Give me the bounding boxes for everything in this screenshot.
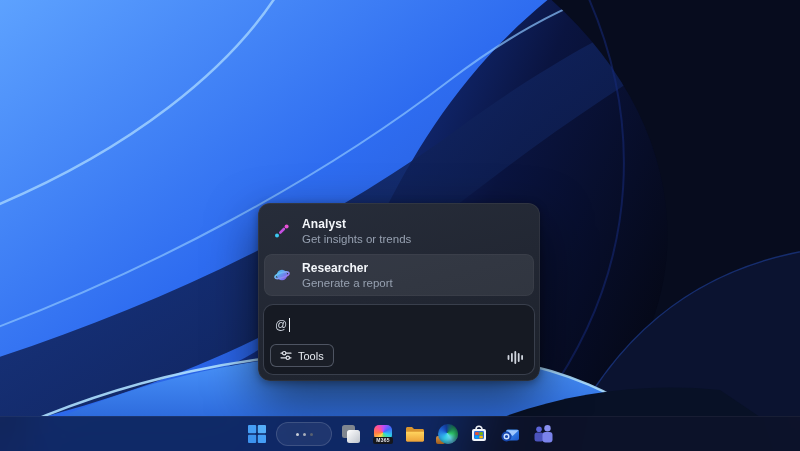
copilot-pill-button[interactable]: [276, 422, 332, 446]
prompt-input[interactable]: @ Tools: [263, 304, 535, 375]
agent-title: Analyst: [302, 217, 411, 232]
text-caret: [289, 318, 291, 332]
task-view-button[interactable]: [338, 420, 364, 448]
edge-icon: [436, 423, 458, 445]
outlook-button[interactable]: [498, 420, 524, 448]
taskbar: M365: [0, 416, 800, 451]
tools-label: Tools: [298, 350, 324, 362]
agent-subtitle: Get insights or trends: [302, 232, 411, 246]
m365-copilot-button[interactable]: M365: [370, 420, 396, 448]
start-button[interactable]: [244, 420, 270, 448]
typing-dot: [310, 433, 313, 436]
typing-dot: [296, 433, 299, 436]
sliders-icon: [280, 350, 292, 361]
voice-input-button[interactable]: [506, 349, 524, 365]
folder-icon: [404, 423, 426, 445]
windows-logo-icon: [248, 425, 266, 443]
teams-button[interactable]: [530, 420, 556, 448]
microsoft-store-button[interactable]: [466, 420, 492, 448]
agent-option-researcher[interactable]: Researcher Generate a report: [264, 254, 534, 296]
planet-icon: [273, 266, 291, 284]
prompt-text: @: [275, 318, 287, 332]
tools-button[interactable]: Tools: [270, 344, 334, 367]
typing-dot: [303, 433, 306, 436]
outlook-icon: [500, 423, 522, 445]
edge-button[interactable]: [434, 420, 460, 448]
store-bag-icon: [468, 423, 490, 445]
teams-icon: [532, 423, 554, 445]
agent-subtitle: Generate a report: [302, 276, 393, 290]
trend-line-icon: [273, 222, 291, 240]
waveform-icon: [507, 350, 524, 365]
agent-option-analyst[interactable]: Analyst Get insights or trends: [264, 210, 534, 252]
desktop: Analyst Get insights or trends: [0, 0, 800, 451]
agent-title: Researcher: [302, 261, 393, 276]
task-view-icon: [340, 423, 362, 445]
m365-copilot-icon: M365: [373, 425, 393, 444]
m365-badge: M365: [373, 437, 393, 444]
file-explorer-button[interactable]: [402, 420, 428, 448]
copilot-flyout: Analyst Get insights or trends: [258, 203, 540, 381]
